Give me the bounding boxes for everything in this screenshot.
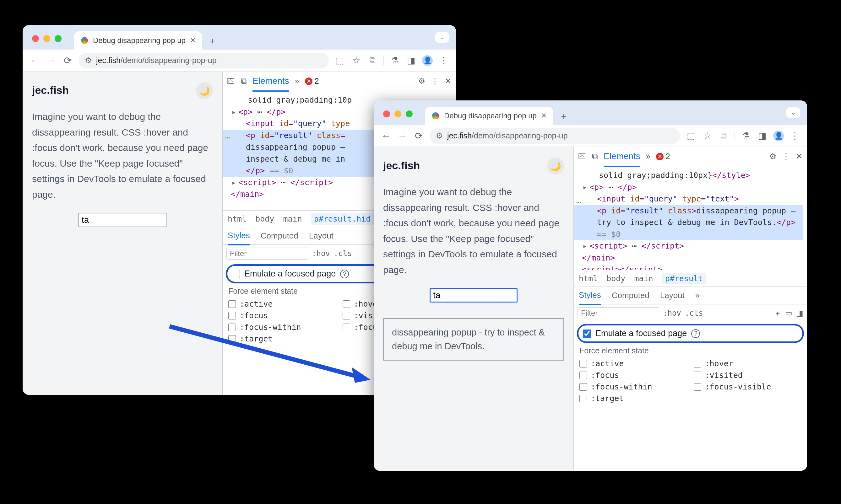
reload-button[interactable]: ⟳ <box>62 55 73 66</box>
crumb-active[interactable]: p#result.hid <box>311 213 374 225</box>
back-button[interactable]: ← <box>30 55 40 66</box>
profile-avatar[interactable]: 👤 <box>773 130 784 141</box>
crumb-html[interactable]: html <box>579 274 598 283</box>
tab-styles[interactable]: Styles <box>579 290 601 305</box>
settings-icon[interactable]: ⚙ <box>769 151 776 161</box>
state-focus-visible-checkbox[interactable] <box>343 324 350 331</box>
tabs-dropdown-button[interactable]: ⌄ <box>786 107 800 118</box>
state-active-checkbox[interactable] <box>579 360 587 367</box>
state-focus-checkbox[interactable] <box>579 372 587 379</box>
state-focus-visible-checkbox[interactable] <box>694 383 701 391</box>
labs-icon[interactable]: ⚗ <box>389 55 400 66</box>
site-settings-icon[interactable]: ⚙ <box>85 56 92 65</box>
help-icon[interactable]: ? <box>340 270 349 278</box>
state-focus-visible[interactable]: :focus-visible <box>694 382 802 391</box>
install-app-icon[interactable]: ⬚ <box>334 55 345 66</box>
tab-styles[interactable]: Styles <box>228 231 250 246</box>
error-badge[interactable]: ✕2 <box>656 151 670 161</box>
breadcrumb[interactable]: html body main p#result <box>574 270 807 287</box>
state-visited-checkbox[interactable] <box>343 312 350 320</box>
state-target[interactable]: :target <box>228 334 336 343</box>
dom-tree[interactable]: ⋯ solid gray;padding:10px}</style> ▸<p> … <box>574 166 807 270</box>
state-focus-checkbox[interactable] <box>228 312 236 320</box>
bookmark-icon[interactable]: ☆ <box>702 130 713 141</box>
minimize-window-button[interactable] <box>43 35 50 42</box>
styles-filter-input[interactable] <box>226 248 308 259</box>
state-target[interactable]: :target <box>579 394 687 403</box>
crumb-active[interactable]: p#result <box>662 273 706 284</box>
side-panel-icon[interactable]: ◨ <box>406 55 416 66</box>
device-toolbar-icon[interactable]: ⧉ <box>592 151 598 161</box>
state-visited[interactable]: :visited <box>694 371 802 380</box>
new-style-rule-icon[interactable]: ＋ <box>774 308 781 318</box>
browser-tab[interactable]: Debug disappearing pop up ✕ <box>74 31 202 50</box>
new-tab-button[interactable]: ＋ <box>557 109 571 123</box>
styles-filter-input[interactable] <box>578 307 659 319</box>
emulate-focused-checkbox[interactable] <box>232 270 240 278</box>
browser-tab[interactable]: Debug disappearing pop up ✕ <box>425 107 553 125</box>
more-panels-icon[interactable]: » <box>295 76 299 86</box>
profile-avatar[interactable]: 👤 <box>422 55 433 66</box>
close-tab-icon[interactable]: ✕ <box>541 112 547 120</box>
new-tab-button[interactable]: ＋ <box>206 34 220 48</box>
forward-button[interactable]: → <box>397 130 408 141</box>
more-tabs-icon[interactable]: » <box>695 291 700 300</box>
close-devtools-icon[interactable]: ✕ <box>796 151 803 161</box>
state-active[interactable]: :active <box>579 359 687 368</box>
tab-computed[interactable]: Computed <box>612 291 649 300</box>
state-focus[interactable]: :focus <box>228 311 336 320</box>
more-panels-icon[interactable]: » <box>646 151 650 161</box>
hov-toggle[interactable]: :hov <box>663 309 681 318</box>
extensions-icon[interactable]: ⧉ <box>718 130 729 141</box>
cls-toggle[interactable]: .cls <box>685 309 703 318</box>
state-focus-within-checkbox[interactable] <box>579 383 587 391</box>
menu-icon[interactable]: ⋮ <box>438 55 449 66</box>
extensions-icon[interactable]: ⧉ <box>367 55 378 66</box>
state-visited-checkbox[interactable] <box>694 372 701 379</box>
cls-toggle[interactable]: .cls <box>334 249 352 258</box>
state-active[interactable]: :active <box>228 300 336 308</box>
error-badge[interactable]: ✕2 <box>305 76 319 86</box>
crumb-html[interactable]: html <box>228 214 246 223</box>
settings-icon[interactable]: ⚙ <box>418 76 425 86</box>
back-button[interactable]: ← <box>381 130 391 141</box>
elements-tab[interactable]: Elements <box>603 151 640 167</box>
menu-icon[interactable]: ⋮ <box>789 130 800 141</box>
inspect-icon[interactable]: ⮹ <box>227 76 235 86</box>
close-window-button[interactable] <box>32 35 39 42</box>
state-target-checkbox[interactable] <box>579 395 587 402</box>
computed-styles-icon[interactable]: ▭ <box>785 309 792 318</box>
emulate-focused-checkbox[interactable] <box>583 329 591 338</box>
crumb-main[interactable]: main <box>634 274 653 283</box>
dark-mode-toggle[interactable]: 🌙 <box>196 82 213 99</box>
bookmark-icon[interactable]: ☆ <box>351 55 362 66</box>
state-hover-checkbox[interactable] <box>694 360 701 367</box>
crumb-body[interactable]: body <box>607 274 625 283</box>
state-hover-checkbox[interactable] <box>343 300 350 308</box>
devtools-menu-icon[interactable]: ⋮ <box>782 151 790 161</box>
fullscreen-window-button[interactable] <box>406 110 413 118</box>
install-app-icon[interactable]: ⬚ <box>686 130 696 141</box>
state-focus-within[interactable]: :focus-within <box>579 382 687 391</box>
side-panel-icon[interactable]: ◨ <box>757 130 768 141</box>
reload-button[interactable]: ⟳ <box>413 130 424 141</box>
crumb-body[interactable]: body <box>255 214 274 223</box>
inspect-icon[interactable]: ⮹ <box>578 151 586 161</box>
tab-computed[interactable]: Computed <box>261 231 298 241</box>
query-input[interactable] <box>430 288 518 303</box>
help-icon[interactable]: ? <box>691 329 700 338</box>
tabs-dropdown-button[interactable]: ⌄ <box>435 32 449 43</box>
devtools-menu-icon[interactable]: ⋮ <box>431 76 439 86</box>
close-tab-icon[interactable]: ✕ <box>190 36 196 44</box>
state-focus-within-checkbox[interactable] <box>228 324 236 331</box>
address-bar[interactable]: ⚙ jec.fish/demo/disappearing-pop-up <box>78 53 329 68</box>
tab-layout[interactable]: Layout <box>309 231 333 241</box>
dark-mode-toggle[interactable]: 🌙 <box>547 158 564 175</box>
tab-layout[interactable]: Layout <box>660 291 685 300</box>
address-bar[interactable]: ⚙ jec.fish/demo/disappearing-pop-up <box>430 128 680 144</box>
query-input[interactable] <box>78 213 167 227</box>
crumb-main[interactable]: main <box>283 214 302 223</box>
toggle-sidebar-icon[interactable]: ◨ <box>796 309 803 318</box>
forward-button[interactable]: → <box>46 55 56 66</box>
elements-tab[interactable]: Elements <box>252 76 289 92</box>
